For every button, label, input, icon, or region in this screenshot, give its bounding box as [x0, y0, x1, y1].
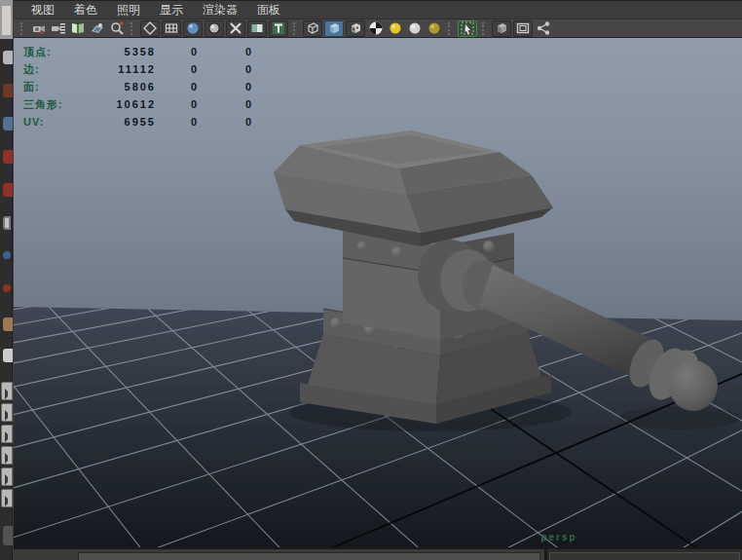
hud-label: 面: [23, 80, 86, 94]
maya-window: 视图 着色 照明 显示 渲染器 面板 [0, 0, 742, 560]
toolbar-grip[interactable] [130, 22, 135, 35]
default-light-icon[interactable] [406, 20, 424, 37]
panel-menu-bar: 视图 着色 照明 显示 渲染器 面板 [14, 0, 742, 19]
default-material-icon[interactable] [204, 20, 224, 37]
menu-view[interactable]: 视图 [21, 1, 64, 19]
material-ball-icon[interactable] [367, 20, 385, 37]
node-connections-icon[interactable] [535, 20, 552, 37]
all-lights-icon[interactable] [387, 20, 404, 37]
menu-panels[interactable]: 面板 [247, 1, 290, 19]
hud-value-total: 5358 [86, 46, 156, 57]
toolbox-fragment-icon[interactable] [3, 183, 13, 197]
hud-value-total: 11112 [86, 63, 156, 75]
smooth-mesh-cube-icon[interactable] [492, 20, 511, 37]
viewport-canvas[interactable]: 顶点: 5358 0 0 边: 11112 0 0 面: 5806 0 0 [14, 37, 742, 547]
viewport-panel: 视图 着色 照明 显示 渲染器 面板 [14, 0, 742, 560]
wireframe-icon[interactable] [140, 20, 160, 37]
layout-shortcut-button[interactable] [1, 403, 13, 422]
toolbar-grip[interactable] [482, 22, 487, 35]
select-camera-icon[interactable] [30, 20, 48, 37]
hud-value-total: 10612 [86, 98, 156, 110]
textured-icon[interactable] [269, 20, 288, 37]
hud-value-col3: 0 [199, 116, 253, 128]
toolbox-header-inset [2, 6, 11, 35]
toolbox-fragment-icon[interactable] [3, 284, 11, 292]
hud-label: 边: [23, 62, 86, 77]
camera-name-hud: persp [505, 532, 612, 542]
isolate-select-icon[interactable] [458, 20, 477, 37]
hud-row-triangles: 三角形: 10612 0 0 [23, 95, 253, 113]
layout-shortcut-button[interactable] [1, 446, 13, 465]
toolbar-grip[interactable] [448, 22, 453, 35]
two-side-lighting-icon[interactable] [247, 20, 267, 37]
toolbox-fragment-icon[interactable] [3, 526, 13, 545]
toolbox-fragment-icon[interactable] [3, 317, 13, 331]
hud-value-col2: 0 [156, 116, 199, 128]
xray-icon[interactable] [226, 20, 245, 37]
menu-renderer[interactable]: 渲染器 [193, 1, 247, 19]
range-slider[interactable] [544, 547, 742, 560]
smooth-shade-icon[interactable] [183, 20, 203, 37]
hud-value-col3: 0 [199, 63, 253, 75]
layout-shortcut-button[interactable] [1, 467, 13, 486]
hud-value-total: 6955 [86, 116, 156, 128]
toolbox-fragment-icon[interactable] [3, 251, 11, 259]
hud-value-col2: 0 [156, 98, 199, 110]
camera-attributes-icon[interactable] [50, 20, 67, 37]
left-toolbox[interactable] [0, 0, 13, 560]
hud-value-col3: 0 [199, 98, 253, 110]
hud-label: 顶点: [23, 45, 86, 59]
hud-row-vertices: 顶点: 5358 0 0 [23, 43, 253, 60]
hud-row-edges: 边: 11112 0 0 [23, 60, 253, 78]
toolbox-fragment-icon[interactable] [3, 117, 13, 131]
shaded-cube-icon[interactable] [324, 20, 344, 37]
menu-shading[interactable]: 着色 [64, 1, 107, 19]
pan-zoom-icon[interactable] [108, 20, 126, 37]
hud-value-col3: 0 [199, 81, 253, 93]
toolbox-fragment-icon[interactable] [3, 216, 11, 230]
hud-value-col3: 0 [199, 46, 253, 57]
bookmark-icon[interactable] [69, 20, 87, 37]
time-slider-track[interactable] [78, 552, 540, 560]
toolbox-fragment-icon[interactable] [3, 51, 13, 64]
toolbox-fragment-icon[interactable] [3, 349, 13, 362]
hud-value-total: 5806 [86, 81, 156, 93]
layout-shortcut-button[interactable] [1, 425, 13, 443]
camera-gate-icon[interactable] [513, 20, 533, 37]
toolbox-fragment-icon[interactable] [3, 150, 13, 164]
time-slider[interactable] [14, 547, 544, 560]
flat-shade-icon[interactable] [162, 20, 181, 37]
panel-icon-toolbar [14, 19, 742, 37]
hud-label: 三角形: [23, 97, 86, 112]
menu-lighting[interactable]: 照明 [107, 1, 150, 19]
bottom-slider-strip [14, 547, 742, 560]
hud-row-faces: 面: 5806 0 0 [23, 78, 253, 95]
hud-value-col2: 0 [156, 81, 199, 93]
hammer-model[interactable] [274, 131, 740, 431]
hud-row-uv: UV: 6955 0 0 [23, 113, 253, 131]
toolbox-header [0, 0, 13, 39]
poly-count-hud: 顶点: 5358 0 0 边: 11112 0 0 面: 5806 0 0 [23, 43, 253, 131]
menu-show[interactable]: 显示 [150, 1, 193, 19]
textured-cube-icon[interactable] [346, 20, 365, 37]
toolbox-fragment-icon[interactable] [3, 84, 13, 97]
flat-light-icon[interactable] [426, 20, 443, 37]
layout-shortcut-button[interactable] [1, 382, 13, 400]
toolbar-grip[interactable] [20, 22, 25, 35]
toolbar-grip[interactable] [293, 22, 298, 35]
range-slider-track[interactable] [549, 552, 740, 560]
hud-label: UV: [23, 116, 86, 128]
layout-shortcut-button[interactable] [1, 489, 13, 507]
hud-value-col2: 0 [156, 46, 199, 57]
image-plane-icon[interactable] [89, 20, 106, 37]
hud-value-col2: 0 [156, 63, 199, 75]
wireframe-cube-icon[interactable] [303, 20, 322, 37]
